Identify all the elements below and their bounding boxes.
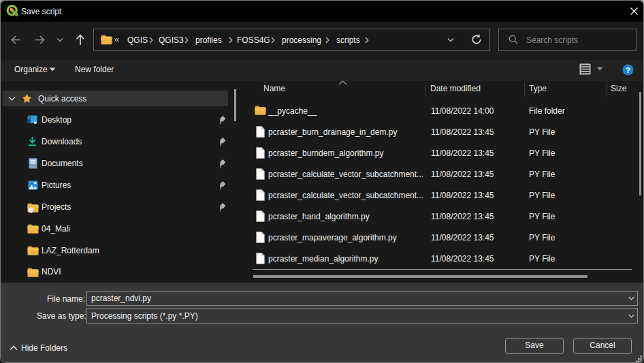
svg-text:?: ?	[626, 66, 630, 74]
